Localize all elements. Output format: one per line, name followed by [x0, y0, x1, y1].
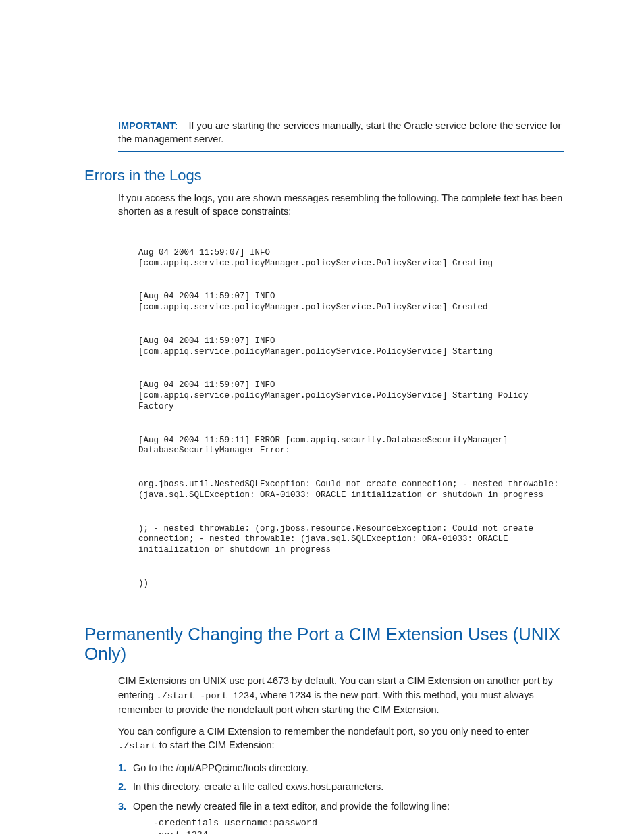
note-rule-bottom — [118, 151, 564, 152]
errors-intro: If you access the logs, you are shown me… — [118, 191, 564, 219]
page-content: IMPORTANT: If you are starting the servi… — [84, 115, 564, 834]
port-p2-a: You can configure a CIM Extension to rem… — [118, 726, 529, 737]
port-p1-code: ./start -port 1234 — [156, 691, 254, 701]
port-para-2: You can configure a CIM Extension to rem… — [118, 725, 564, 753]
important-label: IMPORTANT: — [118, 120, 178, 131]
heading-port-change: Permanently Changing the Port a CIM Exte… — [84, 625, 564, 665]
log-line: [Aug 04 2004 11:59:07] INFO [com.appiq.s… — [138, 380, 564, 412]
port-p2-code: ./start — [118, 741, 157, 751]
log-line: [Aug 04 2004 11:59:07] INFO [com.appiq.s… — [138, 336, 564, 357]
log-line: ); - nested throwable: (org.jboss.resour… — [138, 524, 564, 556]
port-p2-b: to start the CIM Extension: — [157, 739, 275, 750]
log-line: Aug 04 2004 11:59:07] INFO [com.appiq.se… — [138, 248, 564, 269]
important-note-services: IMPORTANT: If you are starting the servi… — [118, 115, 564, 152]
steps-list: Go to the /opt/APPQcime/tools directory.… — [118, 761, 564, 834]
log-line: [Aug 04 2004 11:59:07] INFO [com.appiq.s… — [138, 292, 564, 313]
heading-errors-in-logs: Errors in the Logs — [84, 167, 564, 184]
step-1-text: Go to the /opt/APPQcime/tools directory. — [133, 762, 308, 773]
step-2: In this directory, create a file called … — [118, 780, 564, 793]
port-para-1: CIM Extensions on UNIX use port 4673 by … — [118, 674, 564, 716]
note-body: IMPORTANT: If you are starting the servi… — [118, 115, 564, 151]
log-line: [Aug 04 2004 11:59:11] ERROR [com.appiq.… — [138, 436, 564, 457]
log-line: )) — [138, 579, 564, 590]
step-3: Open the newly created file in a text ed… — [118, 800, 564, 834]
log-line: org.jboss.util.NestedSQLException: Could… — [138, 479, 564, 500]
step-1: Go to the /opt/APPQcime/tools directory. — [118, 761, 564, 775]
step-2-text: In this directory, create a file called … — [133, 781, 383, 792]
log-output: Aug 04 2004 11:59:07] INFO [com.appiq.se… — [138, 227, 564, 613]
step-3-text: Open the newly created file in a text ed… — [133, 801, 450, 812]
credentials-code-block: -credentials username:password -port 123… — [153, 817, 564, 834]
